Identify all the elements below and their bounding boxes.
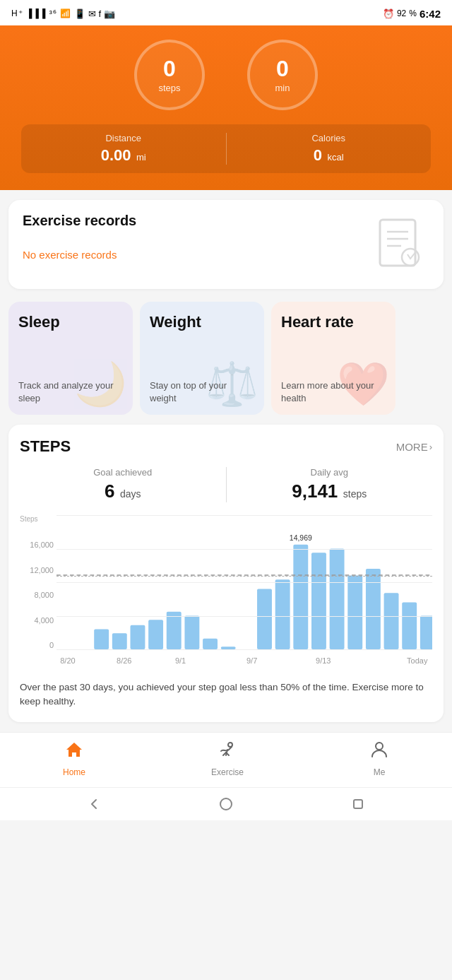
steps-stats-row: Goal achieved 6 days Daily avg 9,141 ste… — [20, 467, 432, 502]
battery-percent: 92 — [397, 8, 406, 18]
exercise-records-card[interactable]: Exercise records No exercise records — [8, 200, 444, 289]
x-label-913: 9/13 — [316, 656, 331, 665]
alarm-icon: ⏰ — [383, 8, 394, 19]
bottom-nav: Home Exercise Me — [0, 732, 452, 787]
exercise-records-title: Exercise records — [23, 213, 136, 229]
steps-value: 0 — [163, 57, 176, 80]
distance-value-row: 0.00 mi — [35, 146, 212, 165]
goal-achieved-value-row: 6 days — [27, 480, 219, 502]
goal-achieved-stat: Goal achieved 6 days — [20, 467, 226, 502]
nav-me[interactable]: Me — [369, 740, 389, 777]
stats-row: Distance 0.00 mi Calories 0 kcal — [21, 124, 431, 173]
exercise-illustration — [366, 213, 429, 276]
steps-note: Over the past 30 days, you achieved your… — [20, 680, 432, 709]
minutes-label: min — [275, 83, 290, 93]
sleep-card-desc: Track and analyze your sleep — [18, 379, 123, 405]
grid-50 — [56, 582, 432, 583]
y-label-16k: 16,000 — [20, 541, 54, 549]
calories-value-row: 0 kcal — [241, 146, 417, 165]
steps-row: 0 steps 0 min — [14, 40, 438, 110]
y-label-steps: Steps — [20, 515, 54, 523]
minutes-value: 0 — [276, 57, 289, 80]
steps-circle: 0 steps — [134, 40, 205, 110]
distance-unit: mi — [136, 152, 146, 163]
minutes-circle: 0 min — [247, 40, 318, 110]
nav-home[interactable]: Home — [63, 740, 85, 777]
daily-avg-value-row: 9,141 steps — [234, 480, 426, 502]
grid-75 — [56, 616, 432, 617]
steps-chart: Steps 16,000 12,000 8,000 4,000 0 — [20, 515, 432, 671]
recents-button[interactable] — [350, 796, 366, 812]
steps-ring: 0 steps — [134, 40, 205, 110]
sleep-card-title: Sleep — [18, 313, 123, 331]
chart-grid — [56, 515, 432, 649]
svg-point-29 — [376, 743, 383, 750]
steps-section-header: STEPS MORE › — [20, 437, 432, 456]
steps-more-button[interactable]: MORE › — [396, 441, 432, 453]
weight-card[interactable]: Weight Stay on top of your weight ⚖️ — [140, 302, 264, 415]
calories-label: Calories — [241, 133, 417, 143]
chart-x-labels: 8/20 8/26 9/1 9/7 9/13 Today — [56, 651, 432, 671]
android-nav — [0, 787, 452, 820]
daily-avg-stat: Daily avg 9,141 steps — [226, 467, 433, 502]
calories-value: 0 — [314, 146, 322, 164]
distance-label: Distance — [35, 133, 212, 143]
grid-bottom — [56, 649, 432, 650]
y-label-4k: 4,000 — [20, 616, 54, 625]
goal-achieved-unit: days — [120, 488, 141, 500]
x-label-today: Today — [407, 656, 427, 665]
heart-rate-card[interactable]: Heart rate Learn more about your health … — [271, 302, 396, 415]
profile-icon — [369, 740, 389, 764]
chart-bars-area: 14,969 — [56, 515, 432, 649]
home-icon — [64, 740, 84, 764]
y-label-8k: 8,000 — [20, 591, 54, 599]
x-label-820: 8/20 — [60, 656, 75, 665]
nav-exercise[interactable]: Exercise — [211, 740, 244, 777]
steps-section: STEPS MORE › Goal achieved 6 days Daily … — [8, 425, 444, 722]
svg-rect-31 — [354, 800, 362, 808]
grid-top — [56, 515, 432, 516]
distance-value: 0.00 — [101, 146, 131, 164]
home-button[interactable] — [218, 796, 234, 812]
back-button[interactable] — [86, 796, 102, 812]
health-cards-row: Sleep Track and analyze your sleep 🌙 Wei… — [0, 299, 452, 425]
signal-icons: H⁺ ▐▐▐ ³⁶ 📶 — [11, 8, 71, 18]
x-label-826: 8/26 — [117, 656, 131, 665]
distance-stat: Distance 0.00 mi — [21, 133, 226, 165]
y-label-12k: 12,000 — [20, 566, 54, 574]
status-left: H⁺ ▐▐▐ ³⁶ 📶 📱 ✉ f 📷 — [11, 8, 115, 19]
daily-avg-unit: steps — [343, 488, 367, 500]
nav-exercise-label: Exercise — [211, 767, 244, 777]
goal-achieved-label: Goal achieved — [27, 467, 219, 478]
grid-25 — [56, 549, 432, 550]
y-label-0: 0 — [20, 641, 54, 649]
calories-unit: kcal — [328, 152, 344, 163]
steps-section-title: STEPS — [20, 437, 71, 456]
calories-stat: Calories 0 kcal — [226, 133, 432, 165]
grid-goal-dashed — [56, 576, 432, 577]
daily-avg-value: 9,141 — [292, 480, 338, 502]
steps-label: steps — [158, 83, 180, 93]
goal-achieved-value: 6 — [105, 480, 114, 502]
x-label-97: 9/7 — [246, 656, 257, 665]
chevron-right-icon: › — [429, 442, 432, 452]
minutes-ring: 0 min — [247, 40, 318, 110]
exercise-records-content: Exercise records No exercise records — [23, 213, 136, 261]
activity-header: 0 steps 0 min Distance 0.00 mi Calories … — [0, 25, 452, 190]
app-icons: 📱 ✉ f 📷 — [74, 8, 114, 19]
x-label-91: 9/1 — [175, 656, 186, 665]
nav-home-label: Home — [63, 767, 85, 777]
exercise-icon — [218, 740, 237, 764]
weight-card-title: Weight — [150, 313, 254, 331]
weight-card-desc: Stay on top of your weight — [150, 379, 254, 405]
status-right: ⏰ 92% 6:42 — [383, 8, 441, 20]
heart-card-desc: Learn more about your health — [281, 379, 386, 405]
heart-card-title: Heart rate — [281, 313, 386, 331]
status-bar: H⁺ ▐▐▐ ³⁶ 📶 📱 ✉ f 📷 ⏰ 92% 6:42 — [0, 0, 452, 25]
sleep-card[interactable]: Sleep Track and analyze your sleep 🌙 — [8, 302, 133, 415]
nav-me-label: Me — [374, 767, 386, 777]
clock: 6:42 — [420, 8, 441, 20]
svg-point-30 — [220, 798, 232, 810]
chart-y-labels: Steps 16,000 12,000 8,000 4,000 0 — [20, 515, 54, 649]
daily-avg-label: Daily avg — [234, 467, 426, 478]
